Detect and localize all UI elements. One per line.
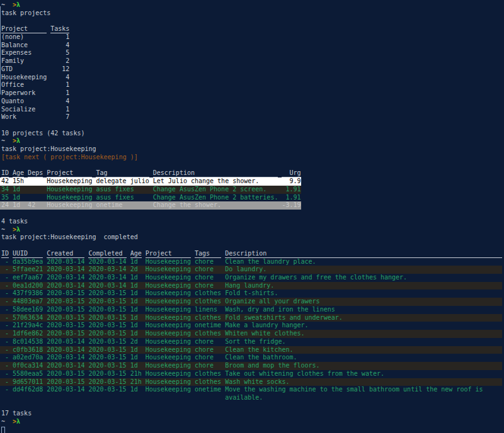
completed-task-row: -21f29a4c2020-03-152020-03-151dHousekeep…: [0, 322, 502, 330]
task-project: Housekeeping: [146, 274, 191, 282]
expanded-command-hint: [task next ( project:Housekeeping )]: [0, 154, 504, 162]
task-created-date: 2020-03-15: [47, 314, 84, 322]
command-task-projects: task projects: [0, 9, 504, 18]
project-row: Work7: [0, 113, 69, 121]
prompt-path: ~: [1, 1, 5, 8]
task-tag: asus fixes: [96, 194, 149, 202]
window-edge-line: [0, 6, 1, 94]
task-project: Housekeeping: [146, 338, 191, 346]
task-created-date: 2020-03-14: [47, 386, 84, 402]
column-header-tasks: Tasks: [50, 25, 69, 33]
task-tags: clothes: [195, 298, 221, 306]
task-id: -: [1, 314, 9, 322]
task-created-date: 2020-03-14: [47, 346, 84, 354]
column-header-id: ID: [1, 169, 9, 177]
completed-task-row: -eef7aa672020-03-142020-03-141dHousekeep…: [0, 274, 502, 282]
task-id: 34: [1, 186, 9, 194]
task-age: 21h: [130, 370, 142, 378]
terminal-window[interactable]: ~>λ task projects ProjectTasks (none)1 B…: [0, 0, 504, 433]
project-name: Expenses: [1, 49, 47, 57]
task-age: 2d: [130, 338, 142, 346]
task-project: Housekeeping: [146, 258, 191, 266]
task-description: Sort the fridge.: [225, 338, 502, 346]
input-line[interactable]: [0, 426, 504, 433]
task-project: Housekeeping: [146, 370, 191, 378]
blank-line: [0, 242, 504, 250]
task-deps: [28, 177, 43, 186]
column-header-project: Project: [146, 250, 191, 258]
task-urgency: -3.19: [282, 201, 301, 210]
task-project: Housekeeping: [146, 346, 191, 354]
task-completed-date: 2020-03-14: [88, 258, 126, 266]
task-completed-date: 2020-03-15: [88, 362, 126, 370]
task-age: 21h: [130, 378, 142, 386]
task-description: Organize all your drawers: [225, 298, 502, 306]
project-name: Quanto: [1, 98, 47, 106]
task-tag: asus fixes: [96, 186, 149, 194]
task-age: 1d: [130, 354, 142, 362]
completed-task-row: -5580eaa52020-03-152020-03-1521hHousekee…: [0, 370, 502, 378]
task-age: 1d: [13, 194, 24, 202]
task-id: -: [1, 338, 9, 346]
task-created-date: 2020-03-14: [47, 258, 84, 266]
task-uuid: 5580eaa5: [13, 370, 43, 378]
task-created-date: 2020-03-14: [47, 354, 84, 362]
task-deps: [28, 186, 43, 194]
task-project: Housekeeping: [146, 314, 191, 322]
task-tags: clothes: [195, 290, 221, 298]
task-uuid: a02ed70a: [13, 354, 43, 362]
completed-task-row: -a02ed70a2020-03-142020-03-151dHousekeep…: [0, 354, 502, 362]
task-description: Organize my drawers and free the clothes…: [225, 274, 502, 282]
project-row: Balance4: [0, 42, 69, 50]
column-header-deps: Deps: [28, 169, 43, 177]
task-uuid: 5ffaee21: [13, 266, 43, 274]
task-completed-date: 2020-03-15: [88, 370, 126, 378]
column-header-age: Age: [13, 169, 24, 177]
task-tags: linens: [195, 306, 221, 314]
task-created-date: 2020-03-15: [47, 378, 84, 386]
task-description: Let Julio change the shower.: [153, 177, 278, 186]
task-age: 1d: [13, 186, 24, 194]
task-created-date: 2020-03-14: [47, 266, 84, 274]
task-id: -: [1, 306, 9, 314]
task-tag: onetime: [96, 201, 149, 210]
task-created-date: 2020-03-15: [47, 306, 84, 314]
task-project: Housekeeping: [146, 298, 191, 306]
task-deps: [28, 194, 43, 202]
project-name: Socialize: [1, 106, 47, 114]
task-deps: 42: [28, 201, 43, 210]
task-uuid: 58dee169: [13, 306, 43, 314]
task-urgency: 9.9: [282, 177, 301, 186]
completed-task-row: -0ea1d2002020-03-142020-03-141dHousekeep…: [0, 282, 502, 290]
project-row: Paperwork1: [0, 89, 69, 98]
task-created-date: 2020-03-15: [47, 322, 84, 330]
column-header-age: Age: [130, 250, 142, 258]
project-name: GTD: [1, 65, 47, 74]
task-project: Housekeeping: [47, 186, 92, 194]
task-completed-date: 2020-03-15: [88, 314, 126, 322]
task-id: -: [1, 330, 9, 338]
task-completed-date: 2020-03-14: [88, 274, 126, 282]
task-id: -: [1, 362, 9, 370]
projects-summary: 10 projects (42 tasks): [0, 130, 504, 138]
task-description: Clean the laundry place.: [225, 258, 502, 266]
task-id: -: [1, 258, 9, 266]
pending-table-body: 4215hHousekeepingdelegate julioLet Julio…: [0, 177, 301, 210]
task-tags: clothes: [195, 314, 221, 322]
task-completed-date: 2020-03-15: [88, 354, 126, 362]
completed-task-row: -58dee1692020-03-152020-03-151dHousekeep…: [0, 306, 502, 314]
project-name: (none): [1, 33, 47, 42]
task-project: Housekeeping: [146, 354, 191, 362]
task-project: Housekeeping: [47, 194, 92, 202]
completed-task-row: -da35b9ea2020-03-142020-03-141dHousekeep…: [0, 258, 502, 266]
task-uuid: 0ea1d200: [13, 282, 43, 290]
completed-table-body: -da35b9ea2020-03-142020-03-141dHousekeep…: [0, 258, 502, 402]
task-age: 1d: [130, 362, 142, 370]
completed-task-row: -0f0ca3142020-03-142020-03-151dHousekeep…: [0, 362, 502, 370]
project-task-count: 4: [50, 98, 69, 106]
column-header-description: Description: [153, 169, 278, 177]
project-row: Housekeeping4: [0, 74, 69, 82]
task-project: Housekeeping: [146, 362, 191, 370]
task-description: Move the washing machine to the small ba…: [225, 386, 502, 402]
completed-summary: 17 tasks: [0, 410, 504, 418]
